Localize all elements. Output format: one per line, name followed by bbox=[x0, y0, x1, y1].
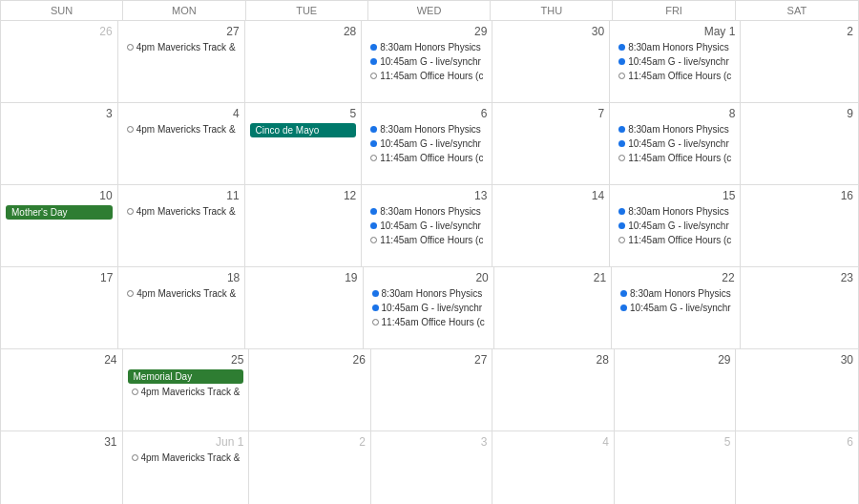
event-item[interactable]: 4pm Mavericks Track & bbox=[123, 41, 240, 53]
event-item[interactable]: 11:45am Office Hours (c bbox=[368, 316, 489, 328]
day-number: 5 bbox=[619, 435, 731, 449]
day-number: Jun 1 bbox=[128, 435, 244, 449]
event-item[interactable]: 11:45am Office Hours (c bbox=[615, 152, 735, 164]
day-cell: May 18:30am Honors Physics10:45am G - li… bbox=[610, 21, 741, 102]
event-label: 10:45am G - live/synchr bbox=[628, 220, 729, 231]
event-dot bbox=[618, 208, 625, 215]
event-dot bbox=[370, 237, 377, 243]
day-cell: 25Memorial Day4pm Mavericks Track & bbox=[123, 349, 250, 430]
event-label: 10:45am G - live/synchr bbox=[380, 220, 481, 231]
event-label: 10:45am G - live/synchr bbox=[628, 56, 729, 67]
event-item[interactable]: 11:45am Office Hours (c bbox=[367, 152, 487, 164]
day-number: 11 bbox=[123, 189, 240, 202]
event-item[interactable]: 8:30am Honors Physics bbox=[367, 205, 487, 218]
event-dot bbox=[370, 155, 377, 161]
day-cell: 21 bbox=[494, 267, 612, 348]
day-cell: 27 bbox=[371, 349, 493, 430]
event-item[interactable]: 10:45am G - live/synchr bbox=[617, 302, 735, 314]
event-dot bbox=[370, 58, 377, 65]
calendar-header: SUNMONTUEWEDTHUFRISAT bbox=[1, 1, 858, 21]
event-dot bbox=[127, 44, 134, 51]
event-dot bbox=[618, 237, 625, 243]
event-item[interactable]: 10:45am G - live/synchr bbox=[368, 302, 489, 314]
event-item[interactable]: 8:30am Honors Physics bbox=[367, 41, 487, 53]
event-dot bbox=[620, 304, 627, 311]
day-number: 4 bbox=[497, 435, 609, 449]
day-number: 28 bbox=[250, 25, 357, 38]
event-item[interactable]: 4pm Mavericks Track & bbox=[123, 205, 240, 218]
event-label: 8:30am Honors Physics bbox=[380, 124, 481, 135]
all-day-event[interactable]: Mother's Day bbox=[6, 205, 113, 220]
event-dot bbox=[620, 290, 627, 297]
event-label: 11:45am Office Hours (c bbox=[628, 153, 731, 163]
event-dot bbox=[370, 126, 377, 133]
event-item[interactable]: 11:45am Office Hours (c bbox=[367, 234, 487, 246]
day-cell: 23 bbox=[741, 267, 858, 348]
day-cell: 4 bbox=[492, 431, 615, 504]
event-item[interactable]: 8:30am Honors Physics bbox=[615, 123, 735, 136]
all-day-event[interactable]: Memorial Day bbox=[128, 369, 244, 384]
event-dot bbox=[370, 222, 377, 229]
day-cell: 19 bbox=[245, 267, 363, 348]
event-item[interactable]: 4pm Mavericks Track & bbox=[128, 452, 244, 464]
day-number: 6 bbox=[367, 107, 487, 120]
event-label: 8:30am Honors Physics bbox=[380, 42, 481, 52]
day-cell: 3 bbox=[1, 103, 118, 184]
event-label: 10:45am G - live/synchr bbox=[380, 138, 481, 149]
event-label: 4pm Mavericks Track & bbox=[141, 452, 241, 463]
event-item[interactable]: 4pm Mavericks Track & bbox=[123, 123, 240, 136]
event-item[interactable]: 8:30am Honors Physics bbox=[617, 287, 735, 300]
day-cell: 14 bbox=[492, 185, 610, 266]
event-item[interactable]: 10:45am G - live/synchr bbox=[615, 220, 735, 232]
event-item[interactable]: 8:30am Honors Physics bbox=[615, 41, 735, 53]
day-number: 13 bbox=[367, 189, 487, 202]
event-item[interactable]: 8:30am Honors Physics bbox=[368, 287, 489, 300]
event-item[interactable]: 11:45am Office Hours (c bbox=[615, 70, 735, 82]
event-label: 4pm Mavericks Track & bbox=[136, 288, 236, 299]
event-item[interactable]: 11:45am Office Hours (c bbox=[367, 70, 487, 82]
day-cell: 3 bbox=[371, 431, 493, 504]
event-dot bbox=[370, 44, 377, 51]
event-label: 4pm Mavericks Track & bbox=[136, 42, 236, 52]
event-label: 11:45am Office Hours (c bbox=[380, 71, 483, 81]
day-number: 25 bbox=[128, 353, 244, 367]
day-cell: 17 bbox=[1, 267, 118, 348]
event-label: 8:30am Honors Physics bbox=[382, 288, 483, 299]
day-number: 21 bbox=[499, 271, 606, 284]
day-header-tue: TUE bbox=[246, 1, 368, 20]
day-number: 30 bbox=[497, 25, 604, 38]
day-cell: 184pm Mavericks Track & bbox=[118, 267, 245, 348]
day-cell: 208:30am Honors Physics10:45am G - live/… bbox=[364, 267, 494, 348]
day-number: 8 bbox=[615, 107, 735, 120]
day-number: 3 bbox=[6, 107, 113, 120]
day-cell: 274pm Mavericks Track & bbox=[118, 21, 245, 102]
event-label: 11:45am Office Hours (c bbox=[380, 235, 483, 245]
day-cell: 16 bbox=[741, 185, 858, 266]
event-item[interactable]: 11:45am Office Hours (c bbox=[615, 234, 735, 246]
event-item[interactable]: 10:45am G - live/synchr bbox=[367, 220, 487, 232]
event-item[interactable]: 8:30am Honors Physics bbox=[615, 205, 735, 218]
day-number: 27 bbox=[376, 353, 488, 367]
week-row: 17184pm Mavericks Track &19208:30am Hono… bbox=[1, 267, 858, 349]
event-dot bbox=[618, 44, 625, 51]
day-number: 14 bbox=[497, 189, 604, 202]
event-item[interactable]: 10:45am G - live/synchr bbox=[367, 137, 487, 150]
day-number: 12 bbox=[250, 189, 357, 202]
day-header-sun: SUN bbox=[1, 1, 123, 20]
day-number: 26 bbox=[6, 25, 113, 38]
day-cell: 228:30am Honors Physics10:45am G - live/… bbox=[612, 267, 741, 348]
event-item[interactable]: 4pm Mavericks Track & bbox=[123, 287, 240, 300]
event-item[interactable]: 10:45am G - live/synchr bbox=[367, 55, 487, 68]
event-label: 11:45am Office Hours (c bbox=[628, 71, 731, 81]
event-item[interactable]: 10:45am G - live/synchr bbox=[615, 55, 735, 68]
all-day-event[interactable]: Cinco de Mayo bbox=[250, 123, 357, 137]
event-item[interactable]: 4pm Mavericks Track & bbox=[128, 386, 244, 398]
event-item[interactable]: 10:45am G - live/synchr bbox=[615, 137, 735, 150]
event-label: 4pm Mavericks Track & bbox=[136, 206, 236, 217]
day-number: 31 bbox=[6, 435, 117, 449]
day-cell: 29 bbox=[615, 349, 737, 430]
week-row: 344pm Mavericks Track &5Cinco de Mayo68:… bbox=[1, 103, 858, 185]
event-item[interactable]: 8:30am Honors Physics bbox=[367, 123, 487, 136]
event-dot bbox=[372, 290, 379, 297]
day-cell: 26 bbox=[1, 21, 118, 102]
